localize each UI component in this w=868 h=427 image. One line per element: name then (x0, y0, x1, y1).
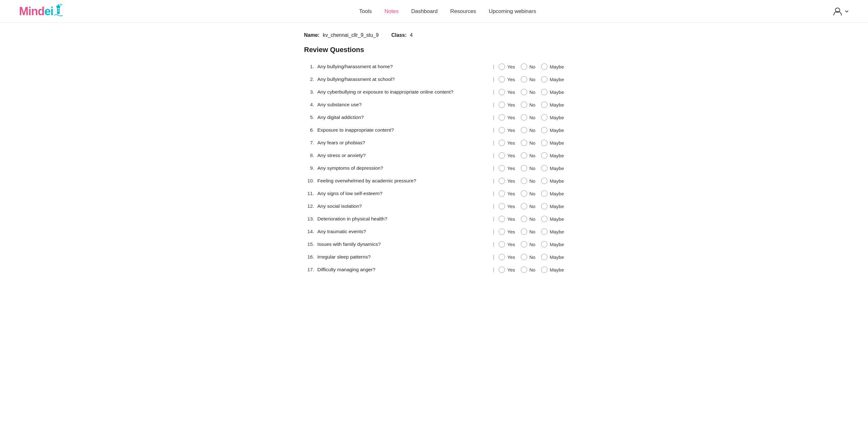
option-maybe[interactable]: Maybe (541, 140, 564, 146)
option-no[interactable]: No (521, 102, 535, 108)
radio-button[interactable] (521, 102, 527, 108)
option-no[interactable]: No (521, 127, 535, 133)
option-no[interactable]: No (521, 63, 535, 70)
radio-button[interactable] (499, 89, 505, 95)
radio-button[interactable] (499, 152, 505, 159)
radio-button[interactable] (499, 216, 505, 222)
option-maybe[interactable]: Maybe (541, 228, 564, 235)
nav-notes[interactable]: Notes (384, 8, 399, 15)
radio-button[interactable] (499, 228, 505, 235)
option-no[interactable]: No (521, 216, 535, 222)
radio-button[interactable] (499, 266, 505, 273)
radio-button[interactable] (541, 228, 548, 235)
option-maybe[interactable]: Maybe (541, 254, 564, 260)
option-no[interactable]: No (521, 203, 535, 209)
radio-button[interactable] (541, 152, 548, 159)
radio-button[interactable] (541, 140, 548, 146)
option-no[interactable]: No (521, 241, 535, 248)
radio-button[interactable] (541, 241, 548, 248)
radio-button[interactable] (499, 203, 505, 209)
radio-button[interactable] (499, 190, 505, 197)
radio-button[interactable] (541, 89, 548, 95)
user-menu[interactable] (833, 6, 849, 17)
option-yes[interactable]: Yes (499, 140, 515, 146)
radio-button[interactable] (499, 76, 505, 83)
option-maybe[interactable]: Maybe (541, 190, 564, 197)
radio-button[interactable] (521, 216, 527, 222)
option-yes[interactable]: Yes (499, 152, 515, 159)
option-no[interactable]: No (521, 89, 535, 95)
radio-button[interactable] (499, 178, 505, 184)
radio-button[interactable] (541, 178, 548, 184)
option-no[interactable]: No (521, 76, 535, 83)
radio-button[interactable] (521, 152, 527, 159)
option-yes[interactable]: Yes (499, 216, 515, 222)
radio-button[interactable] (521, 228, 527, 235)
radio-button[interactable] (521, 89, 527, 95)
radio-button[interactable] (521, 76, 527, 83)
option-no[interactable]: No (521, 178, 535, 184)
option-yes[interactable]: Yes (499, 102, 515, 108)
radio-button[interactable] (541, 190, 548, 197)
radio-button[interactable] (521, 266, 527, 273)
radio-button[interactable] (541, 165, 548, 171)
option-yes[interactable]: Yes (499, 190, 515, 197)
radio-button[interactable] (541, 203, 548, 209)
option-maybe[interactable]: Maybe (541, 127, 564, 133)
radio-button[interactable] (499, 165, 505, 171)
radio-button[interactable] (521, 140, 527, 146)
nav-tools[interactable]: Tools (359, 8, 372, 15)
radio-button[interactable] (541, 76, 548, 83)
nav-resources[interactable]: Resources (450, 8, 476, 15)
radio-button[interactable] (541, 254, 548, 260)
option-yes[interactable]: Yes (499, 114, 515, 120)
radio-button[interactable] (499, 102, 505, 108)
option-no[interactable]: No (521, 114, 535, 120)
radio-button[interactable] (541, 266, 548, 273)
radio-button[interactable] (521, 178, 527, 184)
option-maybe[interactable]: Maybe (541, 114, 564, 120)
radio-button[interactable] (521, 190, 527, 197)
radio-button[interactable] (541, 114, 548, 120)
option-maybe[interactable]: Maybe (541, 63, 564, 70)
option-maybe[interactable]: Maybe (541, 152, 564, 159)
option-no[interactable]: No (521, 190, 535, 197)
option-yes[interactable]: Yes (499, 89, 515, 95)
nav-dashboard[interactable]: Dashboard (411, 8, 437, 15)
option-yes[interactable]: Yes (499, 165, 515, 171)
radio-button[interactable] (499, 241, 505, 248)
option-yes[interactable]: Yes (499, 254, 515, 260)
radio-button[interactable] (521, 114, 527, 120)
option-yes[interactable]: Yes (499, 266, 515, 273)
option-yes[interactable]: Yes (499, 63, 515, 70)
option-maybe[interactable]: Maybe (541, 203, 564, 209)
radio-button[interactable] (541, 63, 548, 70)
radio-button[interactable] (521, 63, 527, 70)
radio-button[interactable] (499, 140, 505, 146)
option-no[interactable]: No (521, 254, 535, 260)
option-no[interactable]: No (521, 140, 535, 146)
option-yes[interactable]: Yes (499, 76, 515, 83)
option-no[interactable]: No (521, 228, 535, 235)
option-maybe[interactable]: Maybe (541, 165, 564, 171)
nav-upcoming-webinars[interactable]: Upcoming webinars (489, 8, 536, 15)
option-yes[interactable]: Yes (499, 178, 515, 184)
option-no[interactable]: No (521, 152, 535, 159)
radio-button[interactable] (499, 114, 505, 120)
option-yes[interactable]: Yes (499, 228, 515, 235)
option-maybe[interactable]: Maybe (541, 102, 564, 108)
radio-button[interactable] (499, 254, 505, 260)
option-maybe[interactable]: Maybe (541, 216, 564, 222)
option-maybe[interactable]: Maybe (541, 266, 564, 273)
radio-button[interactable] (541, 216, 548, 222)
option-yes[interactable]: Yes (499, 127, 515, 133)
radio-button[interactable] (541, 127, 548, 133)
option-maybe[interactable]: Maybe (541, 178, 564, 184)
option-no[interactable]: No (521, 266, 535, 273)
option-maybe[interactable]: Maybe (541, 76, 564, 83)
radio-button[interactable] (521, 241, 527, 248)
radio-button[interactable] (499, 63, 505, 70)
option-maybe[interactable]: Maybe (541, 241, 564, 248)
radio-button[interactable] (541, 102, 548, 108)
radio-button[interactable] (499, 127, 505, 133)
